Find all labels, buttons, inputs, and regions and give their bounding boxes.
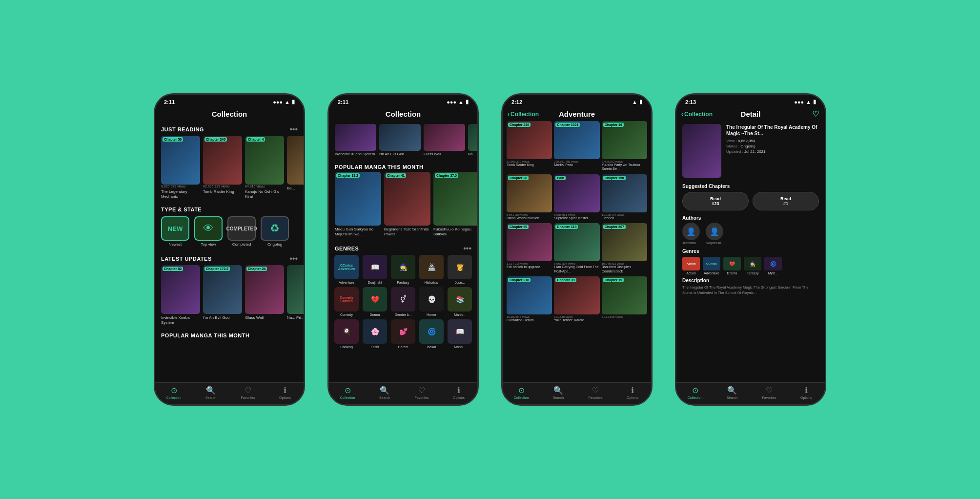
adv-card-3[interactable]: Chapter 28 8,841,000 views Billion World… [507, 174, 552, 221]
back-btn-3[interactable]: ‹ Collection [508, 111, 539, 118]
genre-detail-myst[interactable]: 🌀 Myst... [764, 257, 782, 275]
bottom-nav-4: ⊙ Collection 🔍 Search ♡ Favorites ℹ Opti… [676, 382, 825, 404]
just-reading-card-0[interactable]: Chapter 56 9,820,639 views The Legendary… [161, 136, 200, 199]
genre-label-genderb: Gender b... [394, 313, 411, 316]
popular-card-0[interactable]: Chapter 19.2 Maou Gun Saikyou no Majutsu… [335, 172, 381, 236]
genre-comedy[interactable]: ComedyComics Comedy [334, 287, 359, 316]
adv-card-5[interactable]: Chapter 150 11,916,437 views Eleceed [602, 174, 647, 221]
genre-detail-fantasy[interactable]: 🧙 Fantasy [744, 257, 761, 275]
genre-manh[interactable]: 📚 Manh... [447, 287, 472, 316]
nav-collection-1[interactable]: ⊙ Collection [155, 386, 192, 399]
latest-updates-more[interactable]: ••• [289, 254, 298, 263]
just-reading-card-3[interactable]: Be... [287, 136, 304, 199]
genre-isekai[interactable]: 🌀 Isekai [419, 319, 444, 349]
adv-info-0: 62,905,239 views Tomb Raider King [507, 159, 552, 168]
genre-adventure[interactable]: CCmicsAdventure Adventure [334, 255, 359, 284]
genre-detail-action[interactable]: Action Action [682, 257, 700, 275]
genre-label-isekai: Isekai [427, 345, 436, 349]
type-topview[interactable]: 👁 Top view [194, 216, 223, 247]
nav-search-1[interactable]: 🔍 Search [192, 386, 229, 399]
top-card-2[interactable]: Glass Wall [424, 124, 465, 156]
adv-card-6[interactable]: Chapter 60 1,117,215 views Em bersek to … [507, 223, 552, 274]
genre-thumb-drama: 💔 [363, 287, 387, 312]
just-reading-card-1[interactable]: Chapter 240 62,995,229 views Tomb Raider… [203, 136, 242, 199]
nav-favorites-4[interactable]: ♡ Favorites [751, 386, 788, 399]
adv-card-11[interactable]: Chapter 19 5,171,535 views [602, 276, 647, 323]
nav-search-3[interactable]: 🔍 Search [540, 386, 577, 399]
wifi-icon-4: ▲ [806, 99, 811, 105]
scroll-area-4[interactable]: The Irregular Of The Royal Academy Of Ma… [676, 121, 825, 382]
top-card-0[interactable]: Invincible Xueba System [335, 124, 376, 156]
genre-detail-drama-img: 💔 [723, 257, 741, 270]
genre-detail-drama[interactable]: 💔 Drama [723, 257, 741, 275]
genre-historical[interactable]: 🏯 Historical [419, 255, 444, 284]
genres-more-2[interactable]: ••• [463, 244, 471, 253]
top-card-3[interactable]: Na... [468, 124, 477, 156]
nav-favorites-3[interactable]: ♡ Favorites [577, 386, 614, 399]
scroll-area-3[interactable]: Chapter 240 62,905,239 views Tomb Raider… [503, 121, 651, 382]
nav-collection-2[interactable]: ⊙ Collection [329, 386, 366, 399]
nav-favorites-1[interactable]: ♡ Favorites [229, 386, 266, 399]
genre-jose[interactable]: 👸 Jose... [447, 255, 472, 284]
heart-btn-4[interactable]: ♡ [812, 109, 819, 119]
latest-card-1[interactable]: Chapter 172.2 I'm An Evil God [203, 265, 242, 325]
genre-drama[interactable]: 💔 Drama [362, 287, 388, 316]
popular-card-1[interactable]: Chapter 41 Beginner's Test for Infinite … [384, 172, 430, 236]
scroll-area-1[interactable]: JUST READING ••• Chapter 56 9,820,639 vi… [155, 121, 304, 382]
nav-options-1[interactable]: ℹ Options [266, 386, 304, 399]
genre-detail-adventure[interactable]: CCmics Adventure [703, 257, 720, 275]
just-reading-card-2[interactable]: Chapter 4 64,816 views Kanojo No Oshi Ga… [245, 136, 284, 199]
bottom-nav-2: ⊙ Collection 🔍 Search ♡ Favorites ℹ Opti… [329, 382, 477, 404]
author-0[interactable]: 👤 Kankitsu... [682, 223, 700, 245]
genre-horror[interactable]: 💀 Horror [419, 287, 444, 316]
read-btn-23[interactable]: Read#23 [682, 192, 749, 210]
adv-card-2[interactable]: Chapter 16 2,408,392 views Yuusha Party … [602, 121, 647, 172]
just-reading-more[interactable]: ••• [289, 125, 298, 134]
wifi-icon-2: ▲ [458, 99, 464, 105]
adv-card-7[interactable]: Chapter 119 5,967,308 views I Am Carryin… [554, 223, 599, 274]
newest-icon: NEW [161, 216, 189, 241]
type-ongoing[interactable]: ♻ Ongoing [261, 216, 289, 247]
genre-cooking[interactable]: 🍳 Cooking [334, 319, 359, 349]
genre-fantasy[interactable]: 🧙 Fantasy [390, 255, 416, 284]
nav-favorites-2[interactable]: ♡ Favorites [403, 386, 440, 399]
top-scroll-2: Invincible Xueba System I'm An Evil God … [329, 121, 477, 160]
nav-options-4[interactable]: ℹ Options [788, 386, 825, 399]
adv-card-0[interactable]: Chapter 240 62,905,239 views Tomb Raider… [507, 121, 552, 172]
genre-ecchi[interactable]: 🌸 Ecchi [362, 319, 388, 349]
title-jr-3: Be... [287, 186, 304, 191]
description-text: The Irregular Of The Royal Academy Magic… [682, 285, 819, 295]
popular-card-2[interactable]: Chapter 37.5 Fukushuu o Koinegau Saikyou… [433, 172, 477, 236]
genre-manh2[interactable]: 📖 Manh... [447, 319, 472, 349]
adv-thumb-5: Chapter 150 [602, 174, 647, 212]
thumb-pop-1: Chapter 41 [384, 172, 430, 226]
adv-card-4[interactable]: Pain 6,036,961 views Supreme Spirit Mast… [554, 174, 599, 221]
type-newest[interactable]: NEW Newest [161, 216, 189, 247]
popular-title-2: POPULAR MANGA THIS MONTH [335, 164, 423, 170]
genre-label-horror: Horror [427, 313, 436, 316]
latest-card-2[interactable]: Chapter 24 Glass Wall [245, 265, 284, 325]
nav-collection-4[interactable]: ⊙ Collection [676, 386, 714, 399]
latest-card-3[interactable]: Na... Pri... [287, 265, 304, 325]
genre-genderb[interactable]: ⚥ Gender b... [390, 287, 416, 316]
back-btn-4[interactable]: ‹ Collection [681, 111, 713, 118]
genre-doujinshi[interactable]: 📖 Doujinshi [362, 255, 388, 284]
nav-options-2[interactable]: ℹ Options [440, 386, 477, 399]
adv-card-1[interactable]: Chapter 1321 230,761,486 views Martial P… [554, 121, 599, 172]
author-1[interactable]: 👤 Nagatsuki... [706, 223, 724, 245]
nav-search-2[interactable]: 🔍 Search [366, 386, 403, 399]
adv-card-9[interactable]: Chapter 218 16,292,545 views Cultivation… [507, 276, 552, 323]
read-btn-1[interactable]: Read#1 [753, 192, 819, 210]
topview-icon: 👁 [194, 216, 223, 241]
genre-harem[interactable]: 💕 Harem [390, 319, 416, 349]
top-card-1[interactable]: I'm An Evil God [379, 124, 421, 156]
nav-options-3[interactable]: ℹ Options [614, 386, 651, 399]
scroll-area-2[interactable]: Invincible Xueba System I'm An Evil God … [329, 121, 477, 382]
adv-badge-0: Chapter 240 [508, 123, 531, 127]
nav-search-4[interactable]: 🔍 Search [714, 386, 751, 399]
adv-card-10[interactable]: Chapter 39 131,628 views Yaiin Tensei: K… [554, 276, 599, 323]
nav-collection-3[interactable]: ⊙ Collection [503, 386, 540, 399]
adv-card-8[interactable]: Chapter 207 10,046,913 views Banished Di… [602, 223, 647, 274]
type-completed[interactable]: COMPLETED Completed [227, 216, 256, 247]
latest-card-0[interactable]: Chapter 52 Invincible Xueba System [161, 265, 200, 325]
